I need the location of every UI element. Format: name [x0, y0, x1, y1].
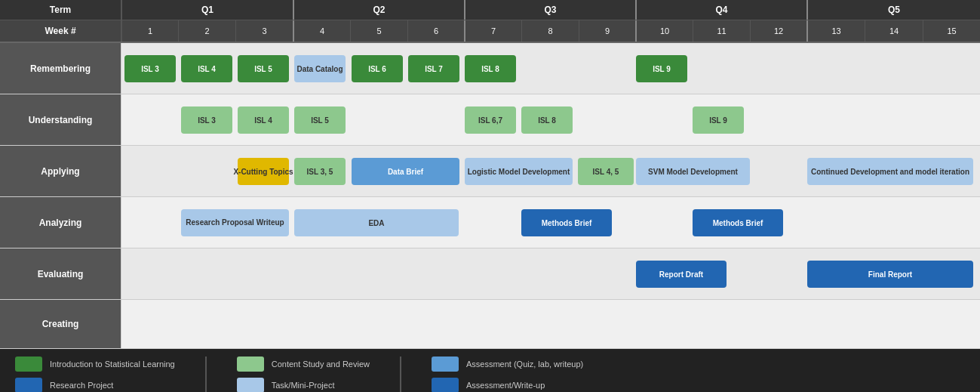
badge-isl3-u: ISL 3 [181, 106, 232, 134]
badge-xcutting: X-Cutting Topics [238, 158, 289, 185]
term-q1: Q1 [121, 0, 293, 20]
badge-isl4-r: ISL 4 [181, 55, 232, 82]
legend-swatch-content [237, 357, 264, 372]
timeline-analyzing: Research Proposal Writeup EDA Methods Br… [121, 197, 980, 248]
legend-swatch-research [15, 378, 42, 392]
legend-swatch-task [237, 378, 264, 392]
legend-col-3: Assessment (Quiz, lab, writeup) Assessme… [432, 357, 583, 392]
week-11: 11 [693, 20, 750, 42]
term-header-row: Term Q1 Q2 Q3 Q4 Q5 [0, 0, 980, 20]
legend-swatch-isl [15, 357, 42, 372]
badge-isl6-r: ISL 6 [352, 55, 403, 82]
term-q2: Q2 [293, 0, 464, 20]
week-4: 4 [293, 20, 350, 42]
badge-isl5-r: ISL 5 [238, 55, 289, 82]
row-evaluating: Evaluating Report Draft Final Report [0, 248, 980, 300]
timeline-remembering: ISL 3 ISL 4 ISL 5 Data Catalog ISL 6 ISL… [121, 43, 980, 94]
badge-isl45: ISL 4, 5 [578, 158, 634, 185]
row-label-creating: Creating [0, 300, 121, 348]
badge-svm-model: SVM Model Development [636, 158, 750, 185]
badge-methods-brief-2: Methods Brief [693, 209, 783, 236]
badge-isl4-u: ISL 4 [238, 106, 289, 134]
badge-isl35: ISL 3, 5 [294, 158, 346, 185]
legend-research: Research Project [15, 378, 175, 392]
legend-isl: Introduction to Statistical Learning [15, 357, 175, 372]
timeline-evaluating: Report Draft Final Report [121, 248, 980, 299]
row-label-evaluating: Evaluating [0, 248, 121, 299]
legend-label-research: Research Project [50, 381, 113, 390]
legend-divider-2 [400, 357, 401, 392]
badge-data-catalog: Data Catalog [294, 55, 346, 82]
week-3: 3 [235, 20, 293, 42]
legend-task: Task/Mini-Project [237, 378, 370, 392]
legend-label-content: Content Study and Review [272, 360, 370, 369]
week-13: 13 [806, 20, 865, 42]
legend-writeup: Assessment/Write-up [432, 378, 583, 392]
week-9: 9 [579, 20, 635, 42]
term-q5: Q5 [806, 0, 980, 20]
week-1: 1 [121, 20, 178, 42]
badge-methods-brief-1: Methods Brief [521, 209, 612, 236]
week-12: 12 [750, 20, 806, 42]
week-14: 14 [865, 20, 923, 42]
week-6: 6 [407, 20, 464, 42]
row-understanding: Understanding ISL 3 ISL 4 ISL 5 ISL 6,7 … [0, 94, 980, 146]
badge-isl8-u: ISL 8 [521, 106, 573, 134]
badge-report-draft: Report Draft [636, 261, 727, 288]
week-5: 5 [350, 20, 407, 42]
badge-isl5-u: ISL 5 [294, 106, 346, 134]
term-q4: Q4 [635, 0, 806, 20]
term-q3: Q3 [464, 0, 635, 20]
row-analyzing: Analyzing Research Proposal Writeup EDA … [0, 197, 980, 248]
row-remembering: Remembering ISL 3 ISL 4 ISL 5 Data Catal… [0, 43, 980, 94]
legend: Introduction to Statistical Learning Res… [0, 349, 980, 392]
timeline-creating [121, 300, 980, 348]
legend-assessment: Assessment (Quiz, lab, writeup) [432, 357, 583, 372]
weeks-numbers-area: 1 2 3 4 5 6 7 8 9 10 11 12 13 14 15 [121, 20, 980, 42]
terms-area: Q1 Q2 Q3 Q4 Q5 [121, 0, 980, 20]
legend-swatch-writeup [432, 378, 459, 392]
legend-label-writeup: Assessment/Write-up [466, 381, 545, 390]
legend-content: Content Study and Review [237, 357, 370, 372]
week-8: 8 [521, 20, 579, 42]
badge-isl8-r: ISL 8 [465, 55, 516, 82]
badge-isl9-u: ISL 9 [693, 106, 744, 134]
badge-eda: EDA [294, 209, 459, 236]
row-label-understanding: Understanding [0, 94, 121, 145]
legend-divider-1 [205, 357, 207, 392]
badge-final-report: Final Report [807, 261, 973, 288]
week-15: 15 [923, 20, 980, 42]
badge-research-proposal: Research Proposal Writeup [181, 209, 289, 236]
week-label: Week # [0, 20, 121, 42]
row-label-remembering: Remembering [0, 43, 121, 94]
legend-label-isl: Introduction to Statistical Learning [50, 360, 175, 369]
timeline-understanding: ISL 3 ISL 4 ISL 5 ISL 6,7 ISL 8 ISL 9 [121, 94, 980, 145]
row-applying: Applying X-Cutting Topics ISL 3, 5 Data … [0, 146, 980, 197]
badge-isl3-r: ISL 3 [124, 55, 176, 82]
legend-label-assessment: Assessment (Quiz, lab, writeup) [466, 360, 583, 369]
row-creating: Creating [0, 300, 980, 349]
term-label: Term [0, 0, 121, 20]
badge-data-brief: Data Brief [352, 158, 459, 185]
badge-isl67-u: ISL 6,7 [465, 106, 516, 134]
schedule-grid: Term Q1 Q2 Q3 Q4 Q5 Week # 1 2 3 4 5 6 7… [0, 0, 980, 392]
row-label-analyzing: Analyzing [0, 197, 121, 248]
timeline-applying: X-Cutting Topics ISL 3, 5 Data Brief Log… [121, 146, 980, 196]
row-label-applying: Applying [0, 146, 121, 196]
legend-label-task: Task/Mini-Project [272, 381, 335, 390]
week-header-row: Week # 1 2 3 4 5 6 7 8 9 10 11 12 13 14 … [0, 20, 980, 43]
badge-continued-dev: Continued Development and model iteratio… [807, 158, 973, 185]
week-10: 10 [635, 20, 693, 42]
week-7: 7 [464, 20, 521, 42]
legend-swatch-assessment [432, 357, 459, 372]
week-2: 2 [178, 20, 235, 42]
badge-isl9-r: ISL 9 [636, 55, 687, 82]
badge-isl7-r: ISL 7 [408, 55, 459, 82]
legend-col-2: Content Study and Review Task/Mini-Proje… [237, 357, 370, 392]
badge-logistic-model: Logistic Model Development [465, 158, 573, 185]
legend-col-1: Introduction to Statistical Learning Res… [15, 357, 175, 392]
